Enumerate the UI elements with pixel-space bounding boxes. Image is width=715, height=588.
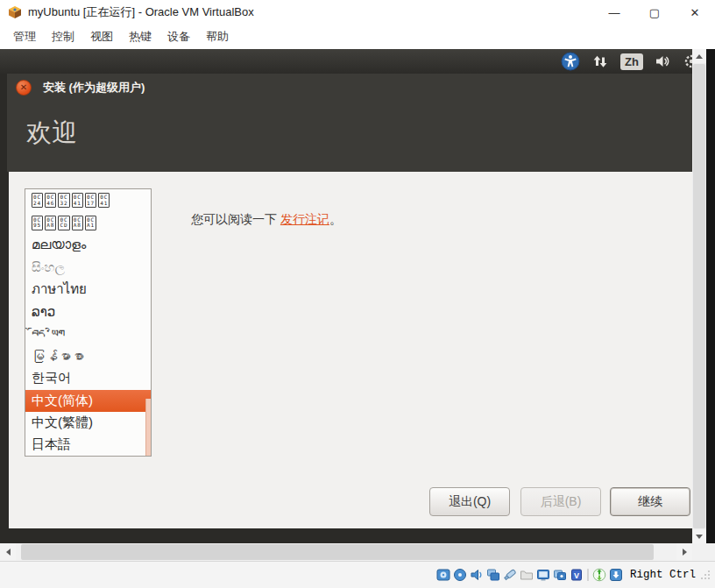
window-title: myUbuntu [正在运行] - Oracle VM VirtualBox: [28, 4, 254, 20]
release-note-text: 您可以阅读一下: [191, 212, 280, 226]
horizontal-scrollbar-thumb[interactable]: [21, 544, 654, 560]
back-button[interactable]: 后退(B): [520, 487, 601, 516]
menu-item[interactable]: 设备: [159, 29, 198, 45]
optical-disc-icon[interactable]: [453, 568, 467, 582]
menu-item[interactable]: 管理: [5, 29, 44, 45]
missing-glyph-box: 0CA8: [72, 216, 83, 230]
installer-title: 安装 (作为超级用户): [43, 80, 145, 96]
close-button[interactable]: ✕: [675, 0, 715, 25]
shared-folders-icon[interactable]: [520, 568, 534, 582]
missing-glyph-box: 0C95: [32, 216, 43, 230]
scroll-up-icon[interactable]: [692, 49, 706, 63]
menu-item[interactable]: 帮助: [198, 29, 237, 45]
audio-icon[interactable]: [470, 568, 484, 582]
statusbar-separator: [586, 568, 590, 582]
scroll-down-icon[interactable]: [692, 529, 706, 543]
language-option-lao[interactable]: ລາວ: [25, 301, 151, 322]
display-icon[interactable]: [536, 568, 550, 582]
language-option-telugu[interactable]: 0C240C460C320C410C170C41: [25, 189, 151, 211]
virtualbox-window: myUbuntu [正在运行] - Oracle VM VirtualBox —…: [0, 0, 715, 588]
virtualbox-logo-icon: [8, 5, 22, 19]
language-option-tibetan[interactable]: བོད་ཡིག: [25, 322, 151, 344]
statusbar: VRight Ctrl: [0, 561, 715, 588]
missing-glyph-box: 0CA1: [85, 216, 96, 230]
scroll-left-icon[interactable]: [0, 543, 16, 561]
resize-grip-icon[interactable]: [700, 570, 711, 580]
missing-glyph-box: 0CCD: [58, 216, 69, 230]
hard-disk-icon[interactable]: [436, 568, 450, 582]
missing-glyph-box: 0CA8: [45, 216, 56, 230]
missing-glyph-box: 0C17: [85, 193, 96, 208]
volume-icon[interactable]: [655, 53, 672, 69]
quit-button[interactable]: 退出(Q): [429, 487, 510, 516]
language-option-kannada[interactable]: 0C950CA80CCD0CA80CA1: [25, 211, 151, 233]
menu-item[interactable]: 热键: [121, 29, 159, 45]
keyboard-layout-indicator[interactable]: Zh: [620, 53, 643, 70]
installer-content: 0C240C460C320C410C170C410C950CA80CCD0CA8…: [9, 172, 692, 528]
vm-right-edge: [706, 49, 715, 543]
menu-item[interactable]: 控制: [44, 29, 82, 45]
scroll-right-icon[interactable]: [676, 543, 692, 561]
language-option-chinese-simplified[interactable]: 中文(简体): [25, 390, 151, 412]
maximize-button[interactable]: ▢: [634, 0, 675, 25]
language-list-scrollbar-thumb[interactable]: [145, 399, 151, 456]
missing-glyph-box: 0C41: [72, 193, 83, 208]
keyboard-capture-icon[interactable]: [609, 568, 623, 582]
recording-icon[interactable]: [553, 568, 567, 582]
scrollbar-corner: [692, 543, 715, 561]
release-note: 您可以阅读一下 发行注记。: [191, 212, 342, 228]
gear-icon[interactable]: [683, 53, 692, 70]
missing-glyph-box: 0C24: [32, 193, 43, 208]
menubar: 管理控制视图热键设备帮助: [0, 25, 715, 49]
language-option-malayalam[interactable]: മലയാളം: [25, 234, 151, 256]
mouse-integration-icon[interactable]: [592, 568, 606, 582]
language-option-korean[interactable]: 한국어: [25, 367, 151, 389]
installer-close-icon[interactable]: ✕: [16, 80, 32, 96]
language-option-japanese[interactable]: 日本語: [25, 434, 151, 456]
features-icon[interactable]: V: [570, 568, 584, 582]
release-note-suffix: 。: [329, 212, 342, 226]
language-option-thai[interactable]: ภาษาไทย: [25, 279, 151, 301]
vm-vertical-scrollbar[interactable]: [692, 49, 706, 543]
accessibility-icon[interactable]: [561, 52, 580, 71]
vm-viewport: Zh ✕: [0, 49, 715, 561]
missing-glyph-box: 0C46: [45, 193, 56, 208]
release-notes-link[interactable]: 发行注记: [280, 212, 329, 226]
page-title: 欢迎: [26, 116, 692, 151]
missing-glyph-box: 0C32: [58, 193, 69, 208]
language-option-sinhala[interactable]: සිංහල: [25, 256, 151, 278]
vm-horizontal-scrollbar[interactable]: [0, 543, 692, 561]
language-option-chinese-traditional[interactable]: 中文(繁體): [25, 412, 151, 434]
window-controls: —▢✕: [594, 0, 715, 25]
host-key-label: Right Ctrl: [630, 569, 696, 581]
network-icon[interactable]: [486, 568, 500, 582]
continue-button[interactable]: 继续: [610, 487, 690, 516]
vertical-scrollbar-thumb[interactable]: [693, 64, 705, 528]
usb-icon[interactable]: [503, 568, 517, 582]
missing-glyph-box: 0C41: [98, 193, 110, 208]
language-list: 0C240C460C320C410C170C410C950CA80CCD0CA8…: [25, 188, 152, 457]
titlebar: myUbuntu [正在运行] - Oracle VM VirtualBox —…: [0, 0, 715, 25]
language-option-burmese[interactable]: မြန်မာစာ: [25, 345, 151, 367]
installer-header: ✕ 安装 (作为超级用户) 欢迎: [7, 74, 692, 172]
installer-titlebar: ✕ 安装 (作为超级用户): [7, 74, 692, 101]
ubuntu-top-panel: Zh: [0, 49, 692, 74]
minimize-button[interactable]: —: [594, 0, 634, 25]
network-arrows-icon[interactable]: [591, 53, 609, 69]
vm-screen: Zh ✕: [0, 49, 692, 543]
svg-text:V: V: [574, 571, 579, 580]
menu-item[interactable]: 视图: [82, 29, 121, 45]
